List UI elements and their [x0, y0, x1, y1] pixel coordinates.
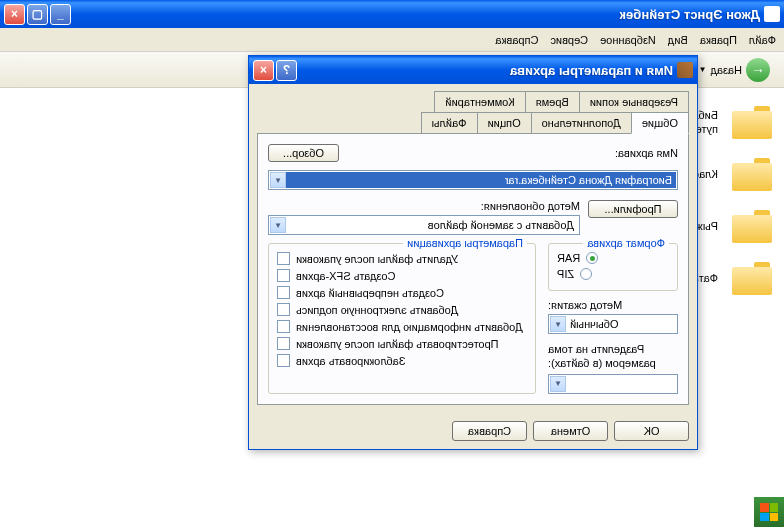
check-recovery[interactable]: Добавить информацию для восстановления: [277, 320, 527, 333]
start-button[interactable]: [754, 497, 784, 527]
checkbox-input[interactable]: [277, 303, 290, 316]
checkbox-label: Добавить электронную подпись: [296, 304, 527, 316]
folder-icon: [730, 104, 772, 140]
split-volumes-input[interactable]: ▼: [548, 374, 678, 394]
menu-favorites[interactable]: Избранное: [600, 34, 656, 46]
format-group: Формат архива RAR ZIP: [548, 243, 678, 291]
checkbox-label: Добавить информацию для восстановления: [296, 321, 527, 333]
menubar: Файл Правка Вид Избранное Сервис Справка: [0, 28, 784, 52]
radio-label: ZIP: [557, 268, 574, 280]
menu-tools[interactable]: Сервис: [550, 34, 588, 46]
menu-view[interactable]: Вид: [668, 34, 688, 46]
chevron-down-icon[interactable]: ▼: [550, 316, 566, 332]
checkbox-input[interactable]: [277, 320, 290, 333]
dialog-close-button[interactable]: ×: [253, 60, 274, 81]
checkbox-input[interactable]: [277, 252, 290, 265]
check-solid[interactable]: Создать непрерывный архив: [277, 286, 527, 299]
tab-panel-general: Имя архива: Обзор... Биография Джона Сте…: [257, 133, 689, 405]
archive-dialog: Имя и параметры архива ? × Резервные коп…: [248, 55, 698, 450]
checkbox-input[interactable]: [277, 269, 290, 282]
windows-logo-icon: [760, 503, 778, 521]
check-test[interactable]: Протестировать файлы после упаковки: [277, 337, 527, 350]
menu-file[interactable]: Файл: [749, 34, 776, 46]
radio-input[interactable]: [580, 268, 592, 280]
params-group: Параметры архивации Удалить файлы после …: [268, 243, 536, 394]
dialog-help-button[interactable]: ?: [276, 60, 297, 81]
tab-comment[interactable]: Комментарий: [434, 91, 525, 112]
checkbox-label: Удалить файлы после упаковки: [296, 253, 527, 265]
checkbox-label: Создать SFX-архив: [296, 270, 527, 282]
help-button[interactable]: Справка: [452, 421, 527, 441]
format-group-title: Формат архива: [583, 237, 669, 249]
dialog-titlebar: Имя и параметры архива ? ×: [249, 56, 697, 84]
back-icon: ←: [746, 58, 770, 82]
compression-method-label: Метод сжатия:: [548, 299, 678, 311]
chevron-down-icon[interactable]: ▼: [270, 172, 286, 188]
compression-method-select[interactable]: Обычный ▼: [548, 314, 678, 334]
window-title: Джон Эрнст Стейнбек: [71, 7, 760, 22]
chevron-down-icon: ▼: [699, 65, 707, 74]
back-button[interactable]: ← Назад ▼: [693, 55, 776, 85]
profiles-button[interactable]: Профили...: [588, 200, 678, 218]
tab-advanced[interactable]: Дополнительно: [531, 112, 632, 133]
dialog-title: Имя и параметры архива: [297, 63, 673, 78]
tab-time[interactable]: Время: [525, 91, 580, 112]
menu-help[interactable]: Справка: [495, 34, 538, 46]
update-method-select[interactable]: Добавить с заменой файлов ▼: [268, 215, 580, 235]
params-group-title: Параметры архивации: [403, 237, 527, 249]
checkbox-input[interactable]: [277, 354, 290, 367]
check-sfx[interactable]: Создать SFX-архив: [277, 269, 527, 282]
radio-zip[interactable]: ZIP: [557, 268, 669, 280]
maximize-button[interactable]: ▢: [27, 4, 48, 25]
menu-edit[interactable]: Правка: [700, 34, 737, 46]
chevron-down-icon[interactable]: ▼: [270, 217, 286, 233]
tab-files[interactable]: Файлы: [421, 112, 478, 133]
tab-general[interactable]: Общие: [631, 112, 689, 134]
update-method-value: Добавить с заменой файлов: [286, 218, 578, 232]
split-volumes-label: Разделить на тома размером (в байтах):: [548, 342, 678, 371]
checkbox-input[interactable]: [277, 337, 290, 350]
radio-input[interactable]: [586, 252, 598, 264]
chevron-down-icon[interactable]: ▼: [550, 376, 566, 392]
tab-options[interactable]: Опции: [477, 112, 532, 133]
checkbox-label: Создать непрерывный архив: [296, 287, 527, 299]
tab-backup[interactable]: Резервные копии: [579, 91, 689, 112]
checkbox-label: Заблокировать архив: [296, 355, 527, 367]
check-signature[interactable]: Добавить электронную подпись: [277, 303, 527, 316]
back-label: Назад: [710, 64, 742, 76]
browse-button[interactable]: Обзор...: [268, 144, 339, 162]
archive-name-input[interactable]: Биография Джона Стейнбека.rar ▼: [268, 170, 678, 190]
ok-button[interactable]: OK: [614, 421, 689, 441]
window-icon: [764, 6, 780, 22]
minimize-button[interactable]: _: [50, 4, 71, 25]
folder-icon: [730, 260, 772, 296]
compression-method-value: Обычный: [566, 317, 676, 331]
checkbox-input[interactable]: [277, 286, 290, 299]
radio-rar[interactable]: RAR: [557, 252, 669, 264]
cancel-button[interactable]: Отмена: [533, 421, 608, 441]
split-volumes-value[interactable]: [566, 383, 676, 385]
main-titlebar: Джон Эрнст Стейнбек _ ▢ ×: [0, 0, 784, 28]
update-method-label: Метод обновления:: [268, 200, 580, 212]
folder-icon: [730, 156, 772, 192]
check-delete-after[interactable]: Удалить файлы после упаковки: [277, 252, 527, 265]
winrar-icon: [677, 62, 693, 78]
check-lock[interactable]: Заблокировать архив: [277, 354, 527, 367]
close-button[interactable]: ×: [4, 4, 25, 25]
radio-label: RAR: [557, 252, 580, 264]
checkbox-label: Протестировать файлы после упаковки: [296, 338, 527, 350]
archive-name-label: Имя архива:: [615, 147, 678, 159]
archive-name-value[interactable]: Биография Джона Стейнбека.rar: [286, 172, 676, 188]
folder-icon: [730, 208, 772, 244]
